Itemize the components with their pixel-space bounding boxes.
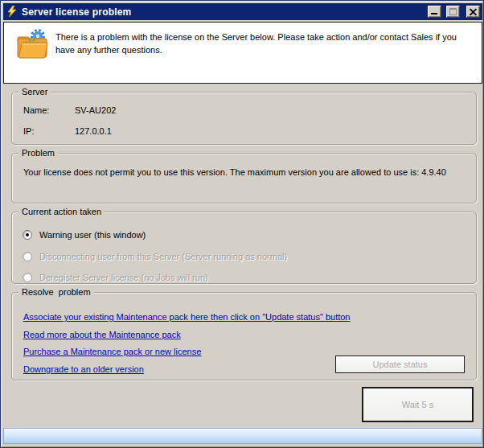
server-name-value: SV-AU202	[75, 105, 116, 115]
problem-group-label: Problem	[18, 148, 58, 158]
problem-text: Your license does not permit you to use …	[23, 167, 446, 177]
resolve-group-label: Resolve problem	[18, 287, 94, 297]
radio-button-icon	[23, 252, 32, 261]
status-progress-bar	[3, 428, 482, 444]
radio-button-icon	[23, 273, 32, 282]
radio-warning-user[interactable]: Warning user (this window)	[23, 229, 146, 240]
server-name-row: Name: SV-AU202	[23, 105, 116, 115]
link-read-more-maintenance-pack[interactable]: Read more about the Maintenance pack	[23, 330, 181, 339]
current-action-groupbox: Current action taken Warning user (this …	[11, 212, 477, 284]
minimize-icon	[431, 13, 437, 14]
server-groupbox: Server Name: SV-AU202 IP: 127.0.0.1	[11, 92, 477, 145]
maximize-button	[446, 6, 460, 18]
server-ip-row: IP: 127.0.0.1	[23, 126, 112, 136]
radio-deregister-license: Deregister Server license (no Jobs will …	[23, 272, 208, 283]
folder-gears-icon	[14, 28, 50, 64]
close-icon	[469, 8, 478, 15]
dialog-window: Server license problem	[0, 0, 484, 448]
radio-disconnect-user: Disconnecting user from this Server (Ser…	[23, 251, 287, 262]
link-purchase-maintenance-pack[interactable]: Purchase a Maintenance pack or new licen…	[23, 347, 201, 356]
update-status-button[interactable]: Update status	[335, 356, 465, 373]
radio-button-icon[interactable]	[23, 230, 32, 240]
title-bar: Server license problem	[3, 3, 482, 20]
header-panel: There is a problem with the license on t…	[3, 22, 482, 84]
radio-deregister-license-label: Deregister Server license (no Jobs will …	[39, 273, 208, 282]
server-ip-label: IP:	[23, 126, 75, 136]
radio-disconnect-user-label: Disconnecting user from this Server (Ser…	[39, 252, 287, 261]
current-action-group-label: Current action taken	[18, 207, 105, 216]
problem-groupbox: Problem Your license does not permit you…	[11, 153, 477, 203]
minimize-button[interactable]	[428, 6, 441, 18]
lightning-icon	[6, 6, 18, 18]
window-title: Server license problem	[22, 6, 423, 18]
server-group-label: Server	[18, 87, 51, 97]
wait-button[interactable]: Wait 5 s	[362, 387, 474, 422]
server-ip-value: 127.0.0.1	[75, 126, 112, 136]
link-associate-maintenance-pack[interactable]: Associate your existing Maintenance pack…	[23, 312, 350, 322]
maximize-icon	[449, 8, 457, 15]
header-message: There is a problem with the license on t…	[55, 31, 467, 56]
server-name-label: Name:	[23, 105, 75, 115]
close-button[interactable]	[466, 6, 480, 18]
link-downgrade-older-version[interactable]: Downgrade to an older version	[23, 364, 144, 374]
radio-warning-user-label: Warning user (this window)	[39, 230, 146, 240]
